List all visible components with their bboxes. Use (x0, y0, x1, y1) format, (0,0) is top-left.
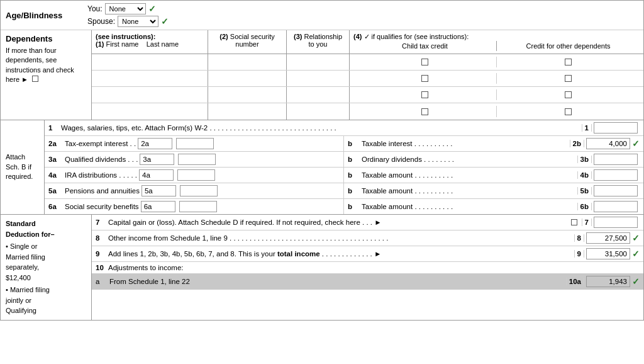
dep-row3-ssn (208, 87, 287, 103)
row6a-value[interactable] (179, 201, 217, 212)
dep-row3-child-checkbox[interactable] (421, 91, 428, 98)
std-subtitle: Deduction for– (6, 229, 86, 240)
dep-col1-num: (see instructions): (96, 33, 155, 40)
row6-two-part: 6a Social security benefits 6a b Taxable… (45, 199, 643, 214)
row9-check: ✓ (632, 249, 640, 259)
dependents-checkbox[interactable] (32, 76, 38, 82)
attach-label: AttachSch. B ifrequired. (1, 120, 45, 214)
row5a-num: 5a (48, 187, 60, 195)
dep-row4-other-checkbox[interactable] (565, 108, 572, 115)
dep-row-4 (92, 103, 643, 120)
row4b-value[interactable] (594, 169, 638, 181)
row4a-field-label: 4a (139, 169, 174, 181)
dep-row2-name (92, 71, 208, 86)
row4a-label: IRA distributions . . . . . (65, 171, 137, 179)
dep-row1-other-checkbox[interactable] (565, 59, 572, 65)
income-row-3: 3a Qualified dividends . . . 3a b Ordina… (45, 152, 643, 168)
row1-value[interactable] (594, 122, 638, 134)
row2a-field-label: 2a (138, 138, 172, 149)
row4b-line-ref: 4b (577, 171, 592, 179)
row4a-num: 4a (48, 171, 60, 179)
row3b-value[interactable] (594, 154, 638, 165)
dep-col3-header: (3) Relationship to you (287, 30, 350, 54)
row6b-part: b Taxable amount . . . . . . . . . . 6b (344, 199, 643, 214)
row4b-field-label: b (348, 171, 359, 179)
spouse-checkmark: ✓ (161, 16, 169, 26)
row2a-value[interactable] (176, 138, 214, 149)
row6b-field-label: b (348, 203, 359, 210)
dep-row-3 (92, 87, 643, 103)
income-section: AttachSch. B ifrequired. 1 Wages, salari… (1, 120, 643, 215)
row9-line-ref: 9 (574, 250, 584, 258)
you-checkmark: ✓ (148, 4, 156, 14)
row6b-value[interactable] (594, 201, 638, 212)
row2b-field-label: b (348, 140, 359, 147)
dep-row3-other-checkbox[interactable] (565, 91, 572, 98)
dep-col2-num: (2) (219, 33, 228, 40)
row2b-part: b Taxable interest . . . . . . . . . . 2… (344, 136, 643, 151)
row7-checkbox[interactable] (571, 219, 577, 225)
income-row-2: 2a Tax-exempt interest . . 2a b Taxable … (45, 136, 643, 152)
dep-col3-num: (3) (294, 33, 302, 40)
row3a-value[interactable] (178, 154, 216, 165)
dep-row3-name (92, 87, 208, 103)
row3a-label: Qualified dividends . . . (65, 156, 138, 163)
dep-row4-other-credit (497, 106, 640, 117)
row8-num: 8 (96, 234, 104, 242)
dep-row2-other-credit (497, 73, 640, 84)
row5a-part: 5a Pensions and annuities 5a (45, 183, 344, 198)
dep-row1-child-checkbox[interactable] (421, 59, 428, 65)
row3a-field-label: 3a (140, 154, 174, 165)
row5a-value[interactable] (180, 185, 218, 196)
dep-row1-name (92, 54, 208, 70)
row9-value[interactable]: 31,500 (586, 248, 630, 259)
row6a-field-label: 6a (141, 201, 175, 212)
row5a-label: Pensions and annuities (65, 187, 140, 195)
row8-check: ✓ (632, 233, 640, 243)
dep-col4-header: (4) ✓ if qualifies for (see instructions… (350, 30, 643, 54)
spouse-select[interactable]: None 65 or older Blind (118, 16, 158, 27)
income-rows: 1 Wages, salaries, tips, etc. Attach For… (45, 120, 643, 214)
dep-row3-rel (287, 87, 350, 103)
row9-label: Add lines 1, 2b, 3b, 4b, 5b, 6b, 7, and … (108, 250, 572, 258)
you-label: You: (87, 4, 103, 13)
row9-num: 9 (96, 250, 104, 258)
row4b-label: Taxable amount . . . . . . . . . . (362, 171, 575, 179)
row7-value[interactable] (594, 217, 638, 228)
dep-row1-rel (287, 54, 350, 70)
dep-row2-rel (287, 71, 350, 86)
row6b-label: Taxable amount . . . . . . . . . . (362, 203, 575, 210)
row7-line-ref: 7 (582, 219, 592, 226)
row10a-check: ✓ (632, 276, 640, 287)
row5b-part: b Taxable amount . . . . . . . . . . 5b (344, 183, 643, 198)
dep-col4b-header: Credit for other dependents (497, 41, 640, 51)
dep-row4-child-checkbox[interactable] (421, 108, 428, 115)
income-row-4: 4a IRA distributions . . . . . 4a b Taxa… (45, 168, 643, 183)
dep-row2-other-checkbox[interactable] (565, 75, 572, 82)
dep-row2-child-checkbox[interactable] (421, 75, 428, 82)
row2a-num: 2a (48, 140, 60, 147)
row5b-label: Taxable amount . . . . . . . . . . (362, 187, 575, 195)
row2b-check: ✓ (632, 139, 640, 149)
dep-col2-header: (2) Social security number (208, 30, 287, 54)
row5a-field-label: 5a (142, 185, 176, 196)
income-row-5: 5a Pensions and annuities 5a b Taxable a… (45, 183, 643, 199)
row4a-value[interactable] (177, 169, 215, 181)
row2b-value[interactable]: 4,000 (586, 138, 630, 149)
dependents-title: Dependents (6, 34, 86, 43)
std-item-single: • Single orMarried filingseparately,$12,… (6, 241, 86, 283)
row8-value[interactable]: 27,500 (586, 232, 630, 244)
dep-row2-child-credit (353, 73, 497, 84)
dep-row4-qualify (350, 103, 643, 120)
row3b-line-ref: 3b (577, 156, 592, 163)
income-row-10: 10 Adjustments to income: (92, 262, 643, 274)
dependents-table: (see instructions): (1) First name Last … (92, 30, 643, 120)
row3a-num: 3a (48, 156, 60, 163)
dep-row4-ssn (208, 103, 287, 120)
lower-section: Standard Deduction for– • Single orMarri… (1, 215, 643, 320)
row5b-value[interactable] (594, 185, 638, 196)
row8-line-ref: 8 (574, 234, 584, 242)
you-select[interactable]: None 65 or older Blind (105, 3, 146, 14)
row10a-value[interactable]: 1,943 (586, 276, 630, 287)
dep-row3-qualify (350, 87, 643, 103)
